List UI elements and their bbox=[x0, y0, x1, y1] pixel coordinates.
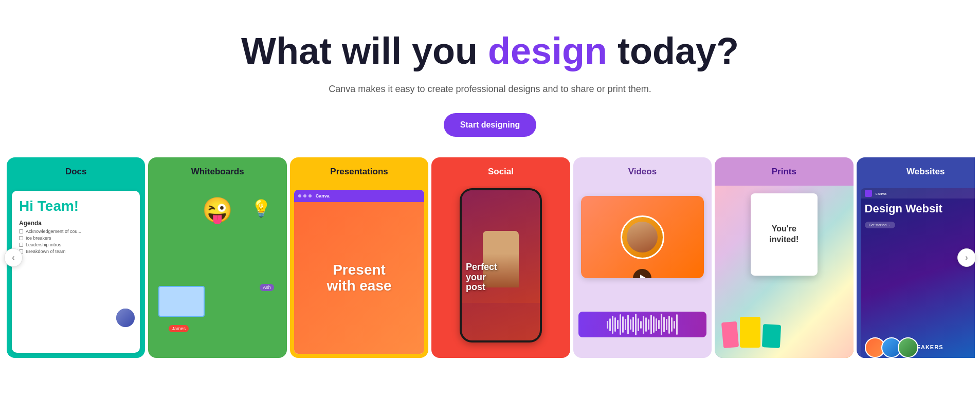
cards-section: ‹ Docs Hi Team! Agenda Acknowledgement o… bbox=[0, 157, 980, 358]
wave-bar bbox=[668, 316, 670, 334]
card-prints-content: You'reinvited! bbox=[715, 186, 853, 358]
hero-title: What will you design today? bbox=[10, 31, 970, 71]
wave-bar bbox=[630, 319, 631, 330]
wave-bar bbox=[671, 317, 673, 332]
card-videos[interactable]: Videos bbox=[573, 157, 712, 358]
website-cta-btn: Get started → bbox=[865, 222, 896, 228]
docs-item-4: Breakdown of team bbox=[19, 249, 133, 254]
card-docs[interactable]: Docs Hi Team! Agenda Acknowledgement of … bbox=[7, 157, 145, 358]
hero-section: What will you design today? Canva makes … bbox=[0, 0, 980, 157]
wave-bar bbox=[617, 320, 619, 329]
pres-present-text: Presentwith ease bbox=[327, 262, 392, 294]
wave-bar bbox=[653, 316, 655, 333]
video-waveform bbox=[578, 312, 706, 337]
wave-bar bbox=[625, 319, 626, 330]
card-social-label: Social bbox=[431, 167, 570, 177]
wave-bar bbox=[612, 316, 613, 334]
wave-bar bbox=[632, 317, 634, 332]
card-whiteboards-content: 😜 💡 Ash James bbox=[148, 186, 286, 358]
wave-bar bbox=[620, 314, 621, 335]
prints-invite-text: You'reinvited! bbox=[769, 224, 798, 245]
wave-bar bbox=[661, 314, 662, 335]
card-docs-label: Docs bbox=[7, 167, 145, 177]
hero-title-end: today? bbox=[607, 30, 739, 71]
hero-title-start: What will you bbox=[241, 30, 488, 71]
wave-bar bbox=[658, 320, 660, 329]
video-thumbnail bbox=[581, 196, 704, 278]
card-websites-content: canva Design Websit Get started → SPEAKE… bbox=[857, 186, 975, 358]
pres-slide: Presentwith ease bbox=[294, 202, 424, 354]
wave-bar bbox=[676, 314, 678, 335]
wave-bar bbox=[650, 315, 652, 334]
wave-bar bbox=[674, 321, 675, 329]
wave-bar bbox=[643, 316, 644, 334]
wb-tag-james: James bbox=[169, 325, 189, 332]
social-phone-image: Perfectyourpost bbox=[462, 190, 540, 303]
card-prints-label: Prints bbox=[715, 167, 853, 177]
wb-rectangle bbox=[158, 286, 205, 317]
wave-bar bbox=[622, 316, 624, 333]
wave-bar bbox=[663, 317, 665, 332]
card-whiteboards[interactable]: Whiteboards 😜 💡 Ash James bbox=[148, 157, 286, 358]
social-post-text: Perfectyourpost bbox=[466, 262, 536, 293]
wave-bar bbox=[627, 315, 629, 334]
card-presentations-content: Canva Presentwith ease bbox=[290, 186, 428, 358]
wb-bulb-icon: 💡 bbox=[251, 199, 271, 218]
card-whiteboards-label: Whiteboards bbox=[148, 167, 286, 177]
pres-logo: Canva bbox=[316, 193, 330, 199]
hero-subtitle: Canva makes it easy to create profession… bbox=[10, 84, 970, 95]
chevron-right-icon: › bbox=[965, 253, 968, 262]
card-docs-content: Hi Team! Agenda Acknowledgement of cou..… bbox=[7, 186, 145, 358]
docs-item-3: Leadership intros bbox=[19, 242, 133, 247]
website-title: Design Websit bbox=[861, 199, 975, 219]
wave-bar bbox=[640, 321, 642, 329]
wave-bar bbox=[609, 318, 611, 331]
prints-invite-card: You'reinvited! bbox=[751, 193, 818, 276]
card-videos-label: Videos bbox=[573, 167, 712, 177]
card-presentations-label: Presentations bbox=[290, 167, 428, 177]
wb-tag-ash: Ash bbox=[260, 284, 274, 291]
docs-greeting: Hi Team! bbox=[19, 198, 133, 214]
chevron-left-icon: ‹ bbox=[12, 253, 14, 262]
docs-item-2: Ice breakers bbox=[19, 236, 133, 241]
wave-bar bbox=[645, 317, 647, 332]
card-social[interactable]: Social 🏠 ••• ⬆ Perfectyourpost bbox=[431, 157, 570, 358]
card-prints[interactable]: Prints You'reinvited! bbox=[715, 157, 853, 358]
docs-avatar bbox=[116, 309, 135, 327]
hero-title-highlight: design bbox=[488, 30, 607, 71]
wave-bar bbox=[638, 318, 639, 331]
video-play-button bbox=[633, 269, 651, 278]
docs-item-1: Acknowledgement of cou... bbox=[19, 229, 133, 234]
docs-agenda-title: Agenda bbox=[19, 220, 133, 227]
wb-emoji-icon: 😜 bbox=[202, 196, 233, 225]
card-videos-content bbox=[573, 186, 712, 358]
start-designing-button[interactable]: Start designing bbox=[444, 113, 536, 137]
card-social-content: 🏠 ••• ⬆ Perfectyourpost bbox=[431, 186, 570, 358]
wave-bar bbox=[635, 314, 637, 335]
wave-bar bbox=[614, 317, 616, 332]
social-phone: 🏠 ••• ⬆ Perfectyourpost bbox=[460, 188, 542, 342]
wave-bar bbox=[656, 318, 657, 331]
website-header-bar: canva bbox=[861, 188, 975, 199]
carousel-right-arrow[interactable]: › bbox=[957, 248, 976, 267]
card-websites-label: Websites bbox=[857, 167, 975, 177]
wave-bar bbox=[648, 319, 649, 330]
card-presentations[interactable]: Presentations Canva Presentwith ease bbox=[290, 157, 428, 358]
carousel-left-arrow[interactable]: ‹ bbox=[4, 248, 23, 267]
wave-bar bbox=[607, 321, 608, 329]
cards-wrapper: Docs Hi Team! Agenda Acknowledgement of … bbox=[5, 157, 975, 358]
pres-toolbar: Canva bbox=[294, 190, 424, 202]
website-screen: canva Design Websit Get started → SPEAKE… bbox=[861, 188, 975, 358]
wave-bar bbox=[666, 319, 667, 330]
